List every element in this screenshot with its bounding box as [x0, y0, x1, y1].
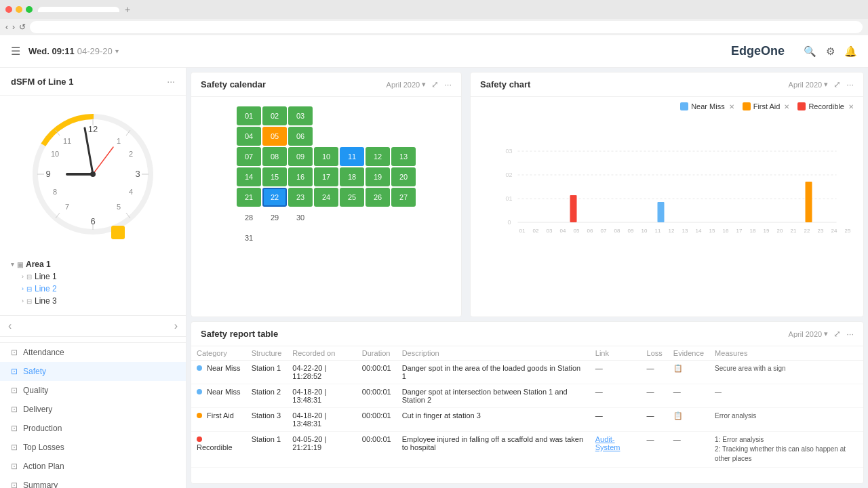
calendar-cell[interactable]: 14	[237, 167, 261, 186]
back-button[interactable]: ‹	[5, 22, 8, 32]
expand-right-button[interactable]: ›	[172, 320, 180, 332]
sidebar-item-quality[interactable]: ⊡ Quality	[0, 381, 186, 400]
report-menu-button[interactable]: ···	[846, 329, 854, 339]
svg-point-25	[90, 171, 96, 177]
calendar-cell[interactable]: 11	[340, 147, 364, 166]
sidebar-header: dSFM of Line 1 ···	[0, 68, 186, 96]
search-icon[interactable]: 🔍	[804, 45, 816, 58]
report-expand-button[interactable]: ⤢	[833, 329, 841, 339]
tree-item-line1[interactable]: › ⊟ Line 1	[11, 270, 175, 283]
calendar-cell[interactable]: 22	[262, 188, 287, 207]
calendar-cell[interactable]: 13	[391, 147, 416, 166]
calendar-cell[interactable]: 23	[288, 188, 313, 207]
calendar-cell[interactable]: 10	[314, 147, 338, 166]
calendar-cell[interactable]: 04	[237, 127, 261, 146]
tree-label: Line 3	[35, 296, 57, 306]
calendar-cell[interactable]: 29	[262, 208, 287, 227]
cell-evidence: —	[668, 384, 709, 408]
sidebar-item-delivery[interactable]: ⊡ Delivery	[0, 400, 186, 419]
calendar-cell[interactable]: 24	[314, 188, 338, 207]
calendar-cell[interactable]: 18	[340, 167, 364, 186]
reload-button[interactable]: ↺	[19, 22, 26, 32]
calendar-body: 0102030405060708091011121314151617181920…	[191, 97, 461, 257]
calendar-cell[interactable]: 16	[288, 167, 313, 186]
sidebar-item-attendance[interactable]: ⊡ Attendance	[0, 343, 186, 362]
report-date-picker[interactable]: April 2020 ▾	[789, 329, 829, 338]
sidebar-item-summary[interactable]: ⊡ Summary	[0, 476, 186, 488]
nav-item-label: Delivery	[23, 405, 52, 414]
svg-text:5: 5	[117, 203, 121, 211]
cell-category: Near Miss	[191, 361, 246, 384]
svg-text:24: 24	[831, 228, 837, 234]
calendar-cell[interactable]: 12	[366, 147, 390, 166]
chevron-down-icon[interactable]: ▾	[115, 47, 119, 55]
calendar-cell[interactable]: 20	[391, 167, 416, 186]
calendar-cell[interactable]: 06	[288, 127, 313, 146]
new-tab-button[interactable]: +	[125, 4, 130, 15]
header-icons: 🔍 ⚙ 🔔	[804, 45, 857, 58]
browser-tab[interactable]	[38, 7, 119, 12]
main-content: dSFM of Line 1 ···	[0, 68, 868, 488]
calendar-cell[interactable]: 19	[366, 167, 390, 186]
calendar-cell[interactable]: 08	[262, 147, 287, 166]
forward-button[interactable]: ›	[12, 22, 15, 32]
svg-text:11: 11	[63, 137, 71, 145]
audit-link[interactable]: Audit-System	[595, 435, 620, 451]
calendar-cell[interactable]: 09	[288, 147, 313, 166]
calendar-cell[interactable]: 07	[237, 147, 261, 166]
sidebar-item-action-plan[interactable]: ⊡ Action Plan	[0, 457, 186, 476]
hamburger-icon[interactable]: ☰	[11, 45, 20, 58]
calendar-cell[interactable]: 30	[288, 208, 313, 227]
calendar-cell[interactable]: 26	[366, 188, 390, 207]
notification-icon[interactable]: 🔔	[844, 45, 857, 58]
svg-text:0: 0	[508, 219, 511, 226]
calendar-cell[interactable]: 21	[237, 188, 261, 207]
svg-text:07: 07	[601, 228, 607, 234]
nav-item-label: Action Plan	[23, 462, 64, 471]
svg-text:04: 04	[560, 228, 566, 234]
tree-item-line2[interactable]: › ⊟ Line 2	[11, 283, 175, 295]
maximize-dot[interactable]	[26, 6, 33, 13]
calendar-cell[interactable]: 31	[237, 228, 261, 247]
chart-date-picker[interactable]: April 2020 ▾	[789, 80, 829, 89]
tree-item-line3[interactable]: › ⊟ Line 3	[11, 295, 175, 307]
svg-rect-34	[570, 195, 577, 222]
calendar-cell[interactable]: 25	[340, 188, 364, 207]
tree-item-area1[interactable]: ▾ ▣ Area 1	[11, 258, 175, 270]
legend-remove-button[interactable]: ✕	[848, 103, 854, 110]
legend-remove-button[interactable]: ✕	[784, 103, 789, 110]
calendar-cell[interactable]: 05	[262, 127, 287, 146]
cell-evidence: —	[668, 432, 709, 468]
chart-menu-button[interactable]: ···	[846, 79, 854, 89]
cell-link[interactable]: Audit-System	[590, 432, 642, 468]
calendar-expand-button[interactable]: ⤢	[431, 79, 439, 89]
sidebar-item-production[interactable]: ⊡ Production	[0, 419, 186, 438]
svg-rect-36	[806, 182, 812, 222]
nav-item-label: Quality	[23, 386, 48, 395]
calendar-cell[interactable]: 17	[314, 167, 338, 186]
collapse-left-button[interactable]: ‹	[5, 320, 14, 332]
calendar-cell[interactable]: 27	[391, 188, 416, 207]
settings-icon[interactable]: ⚙	[826, 45, 835, 58]
sidebar-menu-button[interactable]: ···	[167, 76, 175, 87]
minimize-dot[interactable]	[16, 6, 22, 13]
cell-loss: —	[642, 408, 668, 432]
calendar-cell[interactable]: 28	[237, 208, 261, 227]
calendar-cell[interactable]: 02	[262, 106, 287, 125]
legend-remove-button[interactable]: ✕	[729, 103, 734, 110]
svg-text:3: 3	[135, 169, 140, 179]
calendar-cell[interactable]: 15	[262, 167, 287, 186]
sidebar-item-top-losses[interactable]: ⊡ Top Losses	[0, 438, 186, 457]
address-bar[interactable]	[30, 21, 863, 33]
report-table: Category Structure Recorded on Duration …	[191, 346, 863, 468]
clock-area: 12 3 6 9 1 2 4 5 7 8 10 11	[0, 96, 186, 253]
calendar-menu-button[interactable]: ···	[444, 79, 452, 89]
calendar-cell[interactable]: 01	[237, 106, 261, 125]
calendar-cell[interactable]: 03	[288, 106, 313, 125]
sidebar-item-safety[interactable]: ⊡ Safety	[0, 362, 186, 381]
calendar-date-picker[interactable]: April 2020 ▾	[387, 80, 427, 89]
legend-label: Near Miss	[691, 102, 725, 110]
close-dot[interactable]	[5, 6, 12, 13]
chart-expand-button[interactable]: ⤢	[833, 79, 841, 89]
nav-item-label: Attendance	[23, 348, 64, 357]
